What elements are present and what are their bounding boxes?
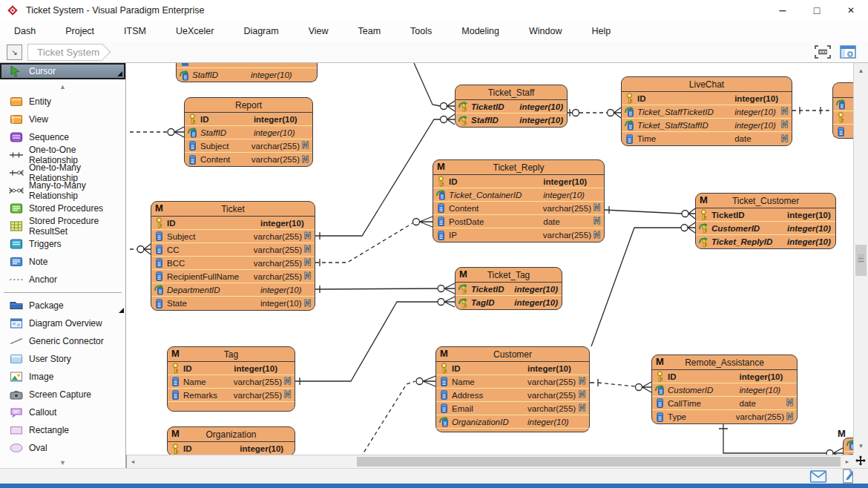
entity-column-row[interactable]: IDinteger(10) (168, 442, 295, 455)
menu-item-window[interactable]: Window (518, 26, 573, 36)
scroll-down-arrow[interactable] (854, 440, 868, 452)
pan-diagram-button[interactable] (853, 453, 868, 468)
entity-column-row[interactable]: BCCvarchar(255)N (151, 257, 315, 270)
entity-column-row[interactable] (833, 111, 853, 125)
menu-item-view[interactable]: View (297, 26, 340, 36)
horizontal-scroll-thumb[interactable] (357, 457, 841, 466)
entity-column-row[interactable]: StaffIDinteger(10) (456, 113, 567, 127)
entity-column-row[interactable] (833, 98, 853, 111)
palette-item-image[interactable]: Image (0, 368, 125, 386)
entity-column-row[interactable]: Typevarchar(255)N (652, 410, 797, 423)
entity-column-row[interactable]: Subjectvarchar(255)N (185, 139, 312, 153)
palette-item-user-story[interactable]: User Story (0, 350, 125, 368)
palette-item-stored-procedures[interactable]: Stored Procedures (0, 200, 125, 217)
breadcrumb[interactable]: Ticket System (27, 44, 102, 61)
palette-scroll-up-icon[interactable] (0, 81, 125, 93)
entity-column-row[interactable]: CustomerIDinteger(10) (652, 383, 797, 397)
entity-column-row[interactable]: Contentvarchar(255)N (185, 153, 312, 166)
palette-item-note[interactable]: Note (0, 253, 125, 271)
entity-customer[interactable]: MCustomerIDinteger(10)Namevarchar(255)NA… (435, 346, 590, 432)
entity-column-row[interactable]: IDinteger(10) (168, 362, 295, 375)
entity-column-row[interactable]: IDinteger(10) (622, 92, 792, 105)
menu-item-modeling[interactable]: Modeling (450, 26, 510, 36)
entity-column-row[interactable]: RecipientFullNamevarchar(255)N (151, 270, 315, 283)
entity-remote-assistance[interactable]: MRemote_AssistanceIDinteger(10)CustomerI… (651, 355, 798, 424)
entity-column-row[interactable]: Subjectvarchar(255)N (151, 230, 315, 243)
model-navigation-button[interactable] (7, 44, 22, 60)
entity-organization[interactable]: MOrganizationIDinteger(10) (167, 426, 295, 455)
document-edit-icon[interactable] (838, 469, 858, 484)
entity-column-row[interactable]: Ticket_StaffStaffIDinteger(10)N (622, 119, 792, 132)
entity-column-row[interactable]: Namevarchar(255)N (436, 375, 589, 389)
entity-livechat[interactable]: LiveChatIDinteger(10)Ticket_StaffTicketI… (621, 76, 792, 146)
entity-column-row[interactable]: IDinteger(10) (151, 217, 315, 230)
palette-item-sequence[interactable]: Sequence (0, 128, 125, 146)
palette-item-one-to-many-relationship[interactable]: One-to-Many Relationship (0, 164, 125, 182)
entity-column-row[interactable]: TimedateN (622, 132, 792, 145)
horizontal-scrollbar[interactable] (126, 455, 853, 468)
entity-tag[interactable]: MTagIDinteger(10)Namevarchar(255)NRemark… (167, 346, 295, 412)
entity-report[interactable]: ReportIDinteger(10)StaffIDinteger(10)Sub… (184, 97, 313, 167)
scroll-right-arrow[interactable] (841, 455, 853, 468)
entity-ticket-staff[interactable]: Ticket_StaffTicketIDinteger(10)StaffIDin… (455, 85, 568, 128)
vertical-scrollbar[interactable] (853, 63, 868, 453)
entity-ticket-reply[interactable]: MTicket_ReplyIDinteger(10)Ticket_Contain… (433, 159, 605, 243)
entity-column-row[interactable]: OrganizationIDinteger(10) (436, 415, 589, 429)
close-button[interactable] (834, 1, 868, 21)
diagram-canvas[interactable]: StaffIDinteger(10)ReportIDinteger(10)Sta… (126, 63, 853, 455)
palette-item-oval[interactable]: Oval (0, 439, 125, 457)
entity-column-row[interactable] (844, 438, 853, 452)
entity-partial-right[interactable] (832, 82, 853, 139)
entity-column-row[interactable] (833, 125, 853, 138)
entity-column-row[interactable]: IDinteger(10) (433, 175, 604, 188)
entity-column-row[interactable]: Contentvarchar(255)N (433, 202, 604, 215)
entity-partial-bottom-right[interactable]: M (843, 438, 853, 455)
menu-item-help[interactable]: Help (580, 26, 622, 36)
entity-ticket[interactable]: MTicketIDinteger(10)Subjectvarchar(255)N… (151, 201, 315, 311)
palette-scroll-down-icon[interactable] (0, 457, 125, 468)
entity-column-row[interactable]: StaffIDinteger(10) (177, 68, 317, 82)
entity-column-row[interactable]: TicketIDinteger(10) (456, 100, 567, 113)
menu-item-diagram[interactable]: Diagram (232, 26, 289, 36)
palette-item-package[interactable]: Package (0, 297, 125, 314)
entity-column-row[interactable]: Ticket_ReplyIDinteger(10) (696, 235, 835, 248)
scroll-left-arrow[interactable] (127, 455, 139, 468)
entity-column-row[interactable]: PostDatedateN (433, 215, 604, 228)
entity-column-row[interactable]: Remarksvarchar(255)N (168, 389, 295, 402)
mail-icon[interactable] (809, 469, 828, 484)
entity-ticket-customer[interactable]: MTicket_CustomerTicketIDinteger(10)Custo… (695, 193, 836, 249)
entity-column-row[interactable] (844, 452, 853, 455)
entity-column-row[interactable]: Ticket_StaffTicketIDinteger(10)N (622, 105, 792, 119)
fit-shapes-button[interactable] (813, 44, 832, 60)
palette-item-anchor[interactable]: Anchor (0, 271, 125, 288)
entity-column-row[interactable]: TicketIDinteger(10) (696, 208, 835, 222)
palette-item-view[interactable]: View (0, 111, 125, 128)
entity-column-row[interactable]: Emailvarchar(255)N (436, 402, 589, 415)
palette-item-stored-procedure-resultset[interactable]: Stored Procedure ResultSet (0, 217, 125, 235)
minimize-button[interactable] (766, 1, 800, 21)
palette-item-screen-capture[interactable]: Screen Capture (0, 386, 125, 403)
menu-item-tools[interactable]: Tools (399, 26, 443, 36)
palette-item-one-to-one-relationship[interactable]: One-to-One Relationship (0, 146, 125, 164)
entity-column-row[interactable]: TicketIDinteger(10) (456, 283, 562, 296)
palette-item-many-to-many-relationship[interactable]: Many-to-Many Relationship (0, 182, 125, 200)
menu-item-team[interactable]: Team (347, 26, 392, 36)
entity-column-row[interactable]: IDinteger(10) (436, 362, 589, 375)
entity-column-row[interactable]: IPvarchar(255)N (433, 228, 604, 242)
entity-column-row[interactable]: StaffIDinteger(10) (185, 126, 312, 139)
menu-item-uexceler[interactable]: UeXceler (165, 26, 225, 36)
palette-item-entity[interactable]: Entity (0, 93, 125, 111)
palette-item-generic-connector[interactable]: Generic Connector (0, 332, 125, 350)
entity-column-row[interactable]: IDinteger(10) (652, 370, 797, 383)
entity-column-row[interactable]: Namevarchar(255)N (168, 375, 295, 389)
entity-column-row[interactable]: Ticket_ContainerIDinteger(10) (433, 188, 604, 202)
entity-column-row[interactable]: DepartmentIDinteger(10) (151, 283, 315, 297)
entity-ticket-tag[interactable]: MTicket_TagTicketIDinteger(10)TagIDinteg… (455, 267, 562, 310)
palette-item-callout[interactable]: Callout (0, 403, 125, 421)
palette-item-rectangle[interactable]: Rectangle (0, 421, 125, 439)
entity-column-row[interactable]: IDinteger(10) (185, 113, 312, 126)
entity-column-row[interactable]: CustomerIDinteger(10) (696, 222, 835, 235)
entity-partial-top[interactable]: StaffIDinteger(10) (176, 63, 318, 82)
menu-item-itsm[interactable]: ITSM (113, 26, 157, 36)
palette-item-cursor[interactable]: Cursor (0, 63, 125, 79)
